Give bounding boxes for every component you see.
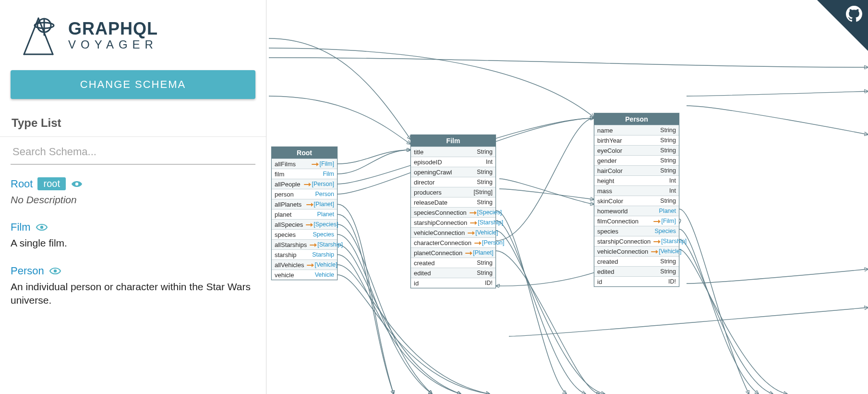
relay-icon (470, 211, 476, 215)
field-row[interactable]: editedString (594, 266, 679, 276)
field-row[interactable]: titleString (411, 147, 495, 157)
field-row[interactable]: hairColorString (594, 165, 679, 175)
type-link[interactable]: Person (11, 265, 44, 277)
field-name: title (414, 148, 423, 156)
field-row[interactable]: allSpecies[Species] (272, 219, 337, 229)
field-row[interactable]: eyeColorString (594, 145, 679, 155)
field-name: edited (414, 270, 431, 277)
field-name: planetConnection (414, 249, 462, 257)
node-header[interactable]: Film (411, 135, 495, 147)
field-row[interactable]: vehicleConnection[Vehicle] (594, 246, 679, 256)
field-row[interactable]: filmConnection[Film] (594, 216, 679, 226)
field-row[interactable]: idID! (594, 276, 679, 286)
field-row[interactable]: starshipConnection[Starship] (411, 217, 495, 227)
field-type: [Vehicle] (307, 261, 337, 268)
field-row[interactable]: skinColorString (594, 196, 679, 206)
field-row[interactable]: producers[String] (411, 187, 495, 197)
field-row[interactable]: allVehicles[Vehicle] (272, 259, 337, 270)
field-row[interactable]: vehicleVehicle (272, 270, 337, 280)
field-row[interactable]: editedString (411, 268, 495, 278)
field-row[interactable]: allStarships[Starship] (272, 239, 337, 249)
field-row[interactable]: planetConnection[Planet] (411, 247, 495, 258)
field-type: [Planet] (465, 249, 493, 256)
field-name: allFilms (275, 160, 296, 168)
change-schema-button[interactable]: CHANGE SCHEMA (11, 70, 255, 99)
relay-icon (470, 221, 477, 225)
field-row[interactable]: genderString (594, 155, 679, 165)
field-type: [Vehicle] (468, 229, 498, 236)
field-row[interactable]: speciesSpecies (594, 226, 679, 236)
field-row[interactable]: speciesConnection[Species] (411, 207, 495, 217)
field-type: Vehicle (315, 271, 334, 278)
field-row[interactable]: massInt (594, 185, 679, 196)
field-type: [Person] (474, 239, 505, 246)
field-type: String (660, 157, 676, 164)
field-type: Int (669, 177, 676, 184)
field-row[interactable]: createdString (411, 258, 495, 268)
graph-node-film[interactable]: FilmtitleStringepisodeIDIntopeningCrawlS… (410, 135, 496, 288)
field-row[interactable]: createdString (594, 256, 679, 266)
field-row[interactable]: directorString (411, 177, 495, 187)
graph-node-person[interactable]: PersonnameStringbirthYearStringeyeColorS… (594, 113, 679, 287)
node-header[interactable]: Person (594, 113, 679, 125)
field-row[interactable]: speciesSpecies (272, 229, 337, 239)
field-name: film (275, 171, 284, 178)
field-name: gender (597, 157, 616, 164)
field-type: String (477, 179, 493, 185)
field-name: created (597, 258, 618, 265)
field-row[interactable]: idID! (411, 278, 495, 288)
field-type: String (477, 169, 493, 175)
type-list: RootrootNo DescriptionFilmA single film.… (0, 165, 266, 321)
field-type: Person (315, 191, 334, 197)
field-row[interactable]: birthYearString (594, 135, 679, 145)
field-type: [Planet] (306, 201, 334, 208)
field-type: String (660, 197, 676, 204)
logo: GRAPHQL VOYAGER (0, 0, 266, 67)
field-type: [String] (473, 189, 493, 196)
relay-icon (307, 263, 313, 267)
field-row[interactable]: planetPlanet (272, 209, 337, 219)
field-name: planet (275, 211, 291, 218)
node-header[interactable]: Root (272, 147, 337, 159)
field-row[interactable]: nameString (594, 125, 679, 135)
type-link[interactable]: Root (11, 178, 33, 190)
field-name: allPeople (275, 181, 301, 188)
field-name: species (275, 231, 296, 238)
field-row[interactable]: openingCrawlString (411, 167, 495, 177)
svg-point-7 (40, 226, 43, 229)
type-description: An individual person or character within… (11, 280, 255, 308)
search-input[interactable] (11, 140, 255, 165)
field-row[interactable]: allPeople[Person] (272, 179, 337, 189)
field-row[interactable]: heightInt (594, 175, 679, 185)
field-row[interactable]: characterConnection[Person] (411, 237, 495, 247)
graph-node-root[interactable]: RootallFilms[Film]filmFilmallPeople[Pers… (271, 147, 338, 280)
field-name: created (414, 259, 434, 267)
relay-icon (312, 162, 318, 166)
eye-icon[interactable] (49, 266, 61, 276)
field-row[interactable]: allPlanets[Planet] (272, 199, 337, 209)
type-link[interactable]: Film (11, 221, 31, 234)
field-type: [Species] (470, 209, 502, 216)
field-row[interactable]: homeworldPlanet (594, 206, 679, 216)
schema-graph[interactable]: RootallFilms[Film]filmFilmallPeople[Pers… (266, 0, 868, 394)
field-row[interactable]: episodeIDInt (411, 157, 495, 167)
field-name: allSpecies (275, 221, 303, 228)
field-name: species (597, 228, 618, 235)
relay-icon (465, 251, 472, 255)
field-type: Species (655, 228, 676, 234)
brand-title: GRAPHQL (68, 20, 158, 38)
field-row[interactable]: filmFilm (272, 169, 337, 179)
field-row[interactable]: starshipConnection[Starship] (594, 236, 679, 246)
eye-icon[interactable] (36, 222, 48, 232)
field-row[interactable]: vehicleConnection[Vehicle] (411, 227, 495, 237)
relay-icon (651, 250, 658, 254)
field-name: vehicleConnection (414, 229, 465, 236)
field-row[interactable]: releaseDateString (411, 197, 495, 207)
field-row[interactable]: allFilms[Film] (272, 159, 337, 169)
relay-icon (306, 223, 313, 227)
field-name: id (414, 280, 419, 287)
eye-icon[interactable] (71, 179, 83, 189)
field-row[interactable]: personPerson (272, 189, 337, 199)
field-row[interactable]: starshipStarship (272, 249, 337, 259)
field-name: allVehicles (275, 261, 304, 269)
